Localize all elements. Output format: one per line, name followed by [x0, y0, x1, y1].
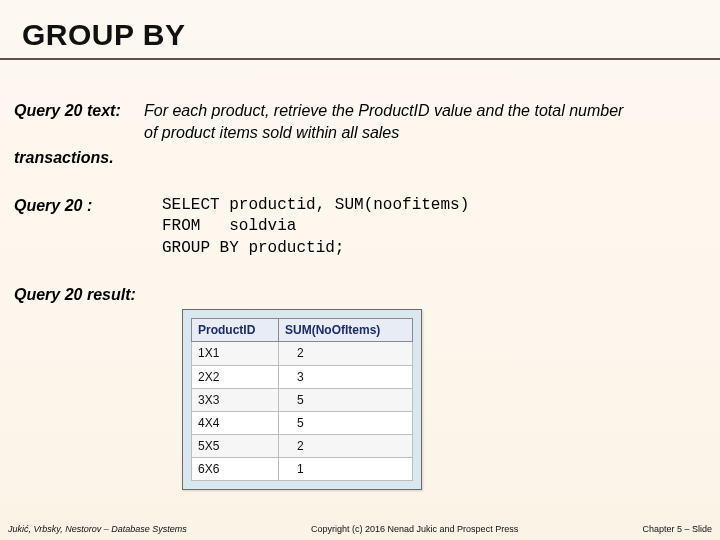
cell-sum: 5 [279, 411, 413, 434]
query-text-part2: of product items sold within all sales [144, 124, 399, 141]
cell-productid: 3X3 [192, 388, 279, 411]
cell-sum: 5 [279, 388, 413, 411]
footer-center: Copyright (c) 2016 Nenad Jukic and Prosp… [187, 524, 643, 534]
sql-line-2: FROM soldvia [162, 217, 296, 235]
result-table: ProductID SUM(NoOfItems) 1X1 2 2X2 3 3X3 [191, 318, 413, 481]
col-sum: SUM(NoOfItems) [279, 319, 413, 342]
query-text-body: For each product, retrieve the ProductID… [144, 100, 706, 143]
footer-right: Chapter 5 – Slide [642, 524, 712, 534]
query-text-label: Query 20 text: [14, 100, 144, 122]
result-label: Query 20 result: [14, 284, 706, 306]
cell-productid: 1X1 [192, 342, 279, 365]
query-sql-row: Query 20 : SELECT productid, SUM(noofite… [14, 195, 706, 260]
transactions-label: transactions. [14, 147, 706, 169]
col-productid: ProductID [192, 319, 279, 342]
table-row: 2X2 3 [192, 365, 413, 388]
table-row: 1X1 2 [192, 342, 413, 365]
footer: Jukić, Vrbsky, Nestorov – Database Syste… [0, 524, 720, 534]
cell-sum: 2 [279, 342, 413, 365]
table-row: 4X4 5 [192, 411, 413, 434]
cell-productid: 2X2 [192, 365, 279, 388]
footer-left: Jukić, Vrbsky, Nestorov – Database Syste… [8, 524, 187, 534]
result-table-container: ProductID SUM(NoOfItems) 1X1 2 2X2 3 3X3 [182, 309, 422, 490]
table-row: 3X3 5 [192, 388, 413, 411]
sql-line-1: SELECT productid, SUM(noofitems) [162, 196, 469, 214]
query-text-part1: For each product, retrieve the ProductID… [144, 102, 623, 119]
cell-productid: 5X5 [192, 435, 279, 458]
table-row: 5X5 2 [192, 435, 413, 458]
cell-productid: 6X6 [192, 458, 279, 481]
table-header-row: ProductID SUM(NoOfItems) [192, 319, 413, 342]
cell-sum: 3 [279, 365, 413, 388]
cell-sum: 2 [279, 435, 413, 458]
sql-block: SELECT productid, SUM(noofitems) FROM so… [162, 195, 469, 260]
slide: GROUP BY Query 20 text: For each product… [0, 0, 720, 540]
cell-productid: 4X4 [192, 411, 279, 434]
query-label: Query 20 : [14, 195, 162, 217]
table-row: 6X6 1 [192, 458, 413, 481]
sql-line-3: GROUP BY productid; [162, 239, 344, 257]
cell-sum: 1 [279, 458, 413, 481]
content-area: Query 20 text: For each product, retriev… [0, 60, 720, 490]
slide-title: GROUP BY [22, 18, 704, 52]
query-text-row: Query 20 text: For each product, retriev… [14, 100, 706, 143]
title-area: GROUP BY [0, 18, 720, 56]
